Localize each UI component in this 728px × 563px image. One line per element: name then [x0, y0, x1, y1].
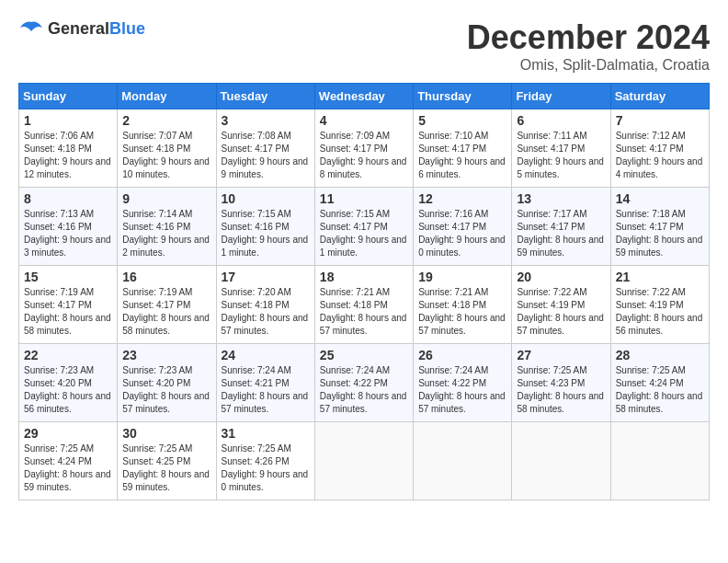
weekday-header: Sunday — [19, 84, 118, 109]
cell-info: Sunrise: 7:16 AMSunset: 4:17 PMDaylight:… — [418, 208, 506, 259]
calendar-week-row: 8Sunrise: 7:13 AMSunset: 4:16 PMDaylight… — [19, 188, 710, 266]
page-header: GeneralBlue December 2024 Omis, Split-Da… — [18, 18, 710, 74]
sunset-text: Sunset: 4:18 PM — [24, 144, 92, 154]
calendar-cell: 9Sunrise: 7:14 AMSunset: 4:16 PMDaylight… — [118, 188, 216, 266]
calendar-table: SundayMondayTuesdayWednesdayThursdayFrid… — [18, 83, 710, 500]
location-subtitle: Omis, Split-Dalmatia, Croatia — [467, 57, 710, 74]
calendar-cell: 26Sunrise: 7:24 AMSunset: 4:22 PMDayligh… — [414, 344, 512, 422]
weekday-header: Tuesday — [216, 84, 314, 109]
sunset-text: Sunset: 4:24 PM — [616, 378, 684, 388]
day-number: 7 — [616, 113, 704, 128]
sunset-text: Sunset: 4:22 PM — [418, 378, 486, 388]
sunset-text: Sunset: 4:18 PM — [418, 300, 486, 310]
sunset-text: Sunset: 4:16 PM — [222, 222, 290, 232]
cell-info: Sunrise: 7:25 AMSunset: 4:25 PMDaylight:… — [122, 442, 210, 494]
sunrise-text: Sunrise: 7:25 AM — [122, 443, 192, 454]
daylight-text: Daylight: 8 hours and 57 minutes. — [320, 391, 407, 414]
sunset-text: Sunset: 4:17 PM — [418, 144, 486, 154]
sunset-text: Sunset: 4:17 PM — [616, 144, 684, 154]
sunrise-text: Sunrise: 7:15 AM — [320, 209, 390, 219]
sunrise-text: Sunrise: 7:23 AM — [24, 365, 94, 375]
day-number: 27 — [517, 348, 605, 362]
cell-info: Sunrise: 7:18 AMSunset: 4:17 PMDaylight:… — [616, 208, 704, 259]
calendar-cell: 14Sunrise: 7:18 AMSunset: 4:17 PMDayligh… — [610, 188, 709, 266]
sunrise-text: Sunrise: 7:19 AM — [122, 287, 192, 297]
calendar-cell: 18Sunrise: 7:21 AMSunset: 4:18 PMDayligh… — [314, 266, 413, 344]
calendar-cell: 5Sunrise: 7:10 AMSunset: 4:17 PMDaylight… — [414, 109, 512, 188]
daylight-text: Daylight: 8 hours and 57 minutes. — [517, 313, 604, 336]
cell-info: Sunrise: 7:17 AMSunset: 4:17 PMDaylight:… — [517, 208, 605, 259]
sunrise-text: Sunrise: 7:10 AM — [418, 131, 488, 141]
sunrise-text: Sunrise: 7:25 AM — [616, 365, 686, 375]
sunrise-text: Sunrise: 7:17 AM — [517, 209, 586, 219]
calendar-cell: 15Sunrise: 7:19 AMSunset: 4:17 PMDayligh… — [19, 266, 118, 344]
sunrise-text: Sunrise: 7:11 AM — [517, 131, 586, 141]
daylight-text: Daylight: 8 hours and 57 minutes. — [418, 391, 506, 414]
calendar-cell: 22Sunrise: 7:23 AMSunset: 4:20 PMDayligh… — [19, 344, 118, 422]
sunrise-text: Sunrise: 7:23 AM — [122, 365, 192, 375]
cell-info: Sunrise: 7:09 AMSunset: 4:17 PMDaylight:… — [320, 130, 408, 181]
calendar-cell: 16Sunrise: 7:19 AMSunset: 4:17 PMDayligh… — [118, 266, 216, 344]
day-number: 16 — [122, 270, 210, 284]
day-number: 17 — [222, 270, 310, 284]
cell-info: Sunrise: 7:24 AMSunset: 4:22 PMDaylight:… — [320, 364, 408, 416]
calendar-header-row: SundayMondayTuesdayWednesdayThursdayFrid… — [19, 84, 710, 109]
day-number: 10 — [222, 191, 310, 206]
daylight-text: Daylight: 8 hours and 58 minutes. — [24, 313, 111, 336]
daylight-text: Daylight: 9 hours and 8 minutes. — [320, 156, 407, 179]
calendar-cell: 7Sunrise: 7:12 AMSunset: 4:17 PMDaylight… — [610, 109, 709, 188]
cell-info: Sunrise: 7:25 AMSunset: 4:26 PMDaylight:… — [222, 442, 310, 494]
sunrise-text: Sunrise: 7:25 AM — [24, 443, 94, 454]
sunset-text: Sunset: 4:26 PM — [222, 456, 290, 466]
calendar-cell: 6Sunrise: 7:11 AMSunset: 4:17 PMDaylight… — [512, 109, 610, 188]
cell-info: Sunrise: 7:13 AMSunset: 4:16 PMDaylight:… — [24, 208, 112, 259]
sunrise-text: Sunrise: 7:15 AM — [222, 209, 291, 219]
cell-info: Sunrise: 7:23 AMSunset: 4:20 PMDaylight:… — [24, 364, 112, 416]
day-number: 19 — [418, 270, 506, 284]
day-number: 11 — [320, 191, 408, 206]
cell-info: Sunrise: 7:24 AMSunset: 4:21 PMDaylight:… — [222, 364, 310, 416]
daylight-text: Daylight: 9 hours and 1 minute. — [222, 235, 309, 258]
calendar-cell — [610, 422, 709, 500]
cell-info: Sunrise: 7:19 AMSunset: 4:17 PMDaylight:… — [24, 286, 112, 338]
sunrise-text: Sunrise: 7:22 AM — [616, 287, 686, 297]
calendar-cell: 24Sunrise: 7:24 AMSunset: 4:21 PMDayligh… — [216, 344, 314, 422]
day-number: 23 — [122, 348, 210, 362]
cell-info: Sunrise: 7:21 AMSunset: 4:18 PMDaylight:… — [418, 286, 506, 338]
calendar-cell: 25Sunrise: 7:24 AMSunset: 4:22 PMDayligh… — [314, 344, 413, 422]
daylight-text: Daylight: 8 hours and 57 minutes. — [418, 313, 506, 336]
calendar-cell: 23Sunrise: 7:23 AMSunset: 4:20 PMDayligh… — [118, 344, 216, 422]
calendar-cell: 8Sunrise: 7:13 AMSunset: 4:16 PMDaylight… — [19, 188, 118, 266]
cell-info: Sunrise: 7:06 AMSunset: 4:18 PMDaylight:… — [24, 130, 112, 181]
sunset-text: Sunset: 4:16 PM — [24, 222, 92, 232]
day-number: 14 — [616, 191, 704, 206]
cell-info: Sunrise: 7:10 AMSunset: 4:17 PMDaylight:… — [418, 130, 506, 181]
sunset-text: Sunset: 4:16 PM — [122, 222, 190, 232]
weekday-header: Monday — [118, 84, 216, 109]
calendar-cell: 1Sunrise: 7:06 AMSunset: 4:18 PMDaylight… — [19, 109, 118, 188]
sunrise-text: Sunrise: 7:22 AM — [517, 287, 586, 297]
calendar-week-row: 22Sunrise: 7:23 AMSunset: 4:20 PMDayligh… — [19, 344, 710, 422]
sunset-text: Sunset: 4:19 PM — [616, 300, 684, 310]
day-number: 18 — [320, 270, 408, 284]
sunset-text: Sunset: 4:17 PM — [122, 300, 190, 310]
sunset-text: Sunset: 4:17 PM — [320, 222, 388, 232]
day-number: 21 — [616, 270, 704, 284]
daylight-text: Daylight: 9 hours and 5 minutes. — [517, 156, 604, 179]
daylight-text: Daylight: 9 hours and 10 minutes. — [122, 156, 210, 179]
cell-info: Sunrise: 7:22 AMSunset: 4:19 PMDaylight:… — [517, 286, 605, 338]
cell-info: Sunrise: 7:23 AMSunset: 4:20 PMDaylight:… — [122, 364, 210, 416]
weekday-header: Saturday — [610, 84, 709, 109]
day-number: 4 — [320, 113, 408, 128]
day-number: 24 — [222, 348, 310, 362]
daylight-text: Daylight: 8 hours and 57 minutes. — [122, 391, 210, 414]
day-number: 31 — [222, 426, 310, 441]
sunset-text: Sunset: 4:18 PM — [122, 144, 190, 154]
sunset-text: Sunset: 4:17 PM — [320, 144, 388, 154]
sunrise-text: Sunrise: 7:20 AM — [222, 287, 291, 297]
cell-info: Sunrise: 7:25 AMSunset: 4:24 PMDaylight:… — [24, 442, 112, 494]
daylight-text: Daylight: 8 hours and 59 minutes. — [24, 469, 111, 492]
sunset-text: Sunset: 4:18 PM — [320, 300, 388, 310]
calendar-cell: 20Sunrise: 7:22 AMSunset: 4:19 PMDayligh… — [512, 266, 610, 344]
day-number: 29 — [24, 426, 112, 441]
